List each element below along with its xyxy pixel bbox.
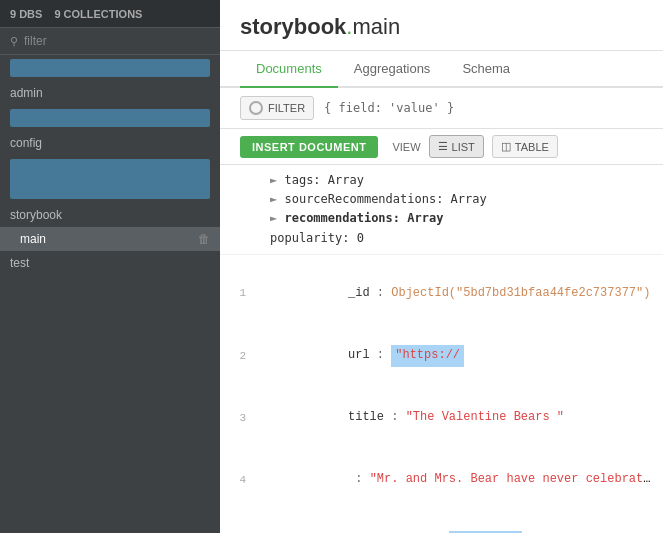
doc-line-4: 4 : "Mr. and Mrs. Bear have never celebr… xyxy=(220,449,663,510)
document-area: ► tags: Array ► sourceRecommendations: A… xyxy=(220,165,663,533)
sidebar-collection-main[interactable]: main 🗑 xyxy=(0,227,220,251)
filter-query-preview: { field: 'value' } xyxy=(324,101,454,115)
tab-documents[interactable]: Documents xyxy=(240,51,338,88)
sidebar-db-storybook[interactable]: storybook xyxy=(0,203,220,227)
line-content-1: _id : ObjectId("5bd7bd31bfaa44fe2c737377… xyxy=(276,264,651,323)
db-group-storybook: storybook main 🗑 xyxy=(0,155,220,251)
table-view-button[interactable]: ◫ TABLE xyxy=(492,135,558,158)
sidebar: 9 DBS 9 COLLECTIONS ⚲ admin config story… xyxy=(0,0,220,533)
view-label: VIEW xyxy=(392,141,420,153)
db-placeholder-admin xyxy=(10,59,210,77)
db-group-config: config xyxy=(0,105,220,155)
line-content-4: : "Mr. and Mrs. Bear have never celebrat… xyxy=(276,450,651,509)
expand-placeholder-1 xyxy=(256,285,272,301)
tab-schema[interactable]: Schema xyxy=(446,51,526,88)
db-placeholder-config xyxy=(10,109,210,127)
preview-line-1: ► tags: Array xyxy=(270,171,643,190)
sidebar-db-config[interactable]: config xyxy=(0,131,220,155)
sidebar-db-admin[interactable]: admin xyxy=(0,81,220,105)
search-icon: ⚲ xyxy=(10,35,18,48)
list-view-button[interactable]: ☰ LIST xyxy=(429,135,484,158)
expand-placeholder-3 xyxy=(256,410,272,426)
filter-toolbar: FILTER { field: 'value' } xyxy=(220,88,663,129)
line-content-5: coverImgUrl : "https:// xyxy=(276,511,651,533)
document-body: 1 _id : ObjectId("5bd7bd31bfaa44fe2c7373… xyxy=(220,255,663,533)
table-label: TABLE xyxy=(515,141,549,153)
dbs-count: 9 DBS xyxy=(10,8,42,20)
sidebar-db-test[interactable]: test xyxy=(0,251,220,275)
page-title: storybook.main xyxy=(240,14,400,40)
list-label: LIST xyxy=(452,141,475,153)
table-icon: ◫ xyxy=(501,140,511,153)
sidebar-search-container: ⚲ xyxy=(0,28,220,55)
line-number-1: 1 xyxy=(220,284,256,302)
preview-section: ► tags: Array ► sourceRecommendations: A… xyxy=(220,165,663,255)
line-number-3: 3 xyxy=(220,409,256,427)
insert-document-button[interactable]: INSERT DOCUMENT xyxy=(240,136,378,158)
doc-line-1: 1 _id : ObjectId("5bd7bd31bfaa44fe2c7373… xyxy=(220,263,663,324)
doc-line-3: 3 title : "The Valentine Bears " xyxy=(220,388,663,449)
filter-icon xyxy=(249,101,263,115)
tab-aggregations[interactable]: Aggregations xyxy=(338,51,447,88)
trash-icon[interactable]: 🗑 xyxy=(198,232,210,246)
line-number-4: 4 xyxy=(220,471,256,489)
doc-line-2: 2 url : "https:// xyxy=(220,324,663,387)
collection-name-main: main xyxy=(20,232,46,246)
db-name: storybook xyxy=(240,14,346,39)
line-number-2: 2 xyxy=(220,347,256,365)
sidebar-search-input[interactable] xyxy=(24,34,210,48)
expand-placeholder-4 xyxy=(256,472,272,488)
filter-button[interactable]: FILTER xyxy=(240,96,314,120)
db-placeholder-storybook xyxy=(10,159,210,199)
preview-line-3: ► recommendations: Array xyxy=(270,209,643,228)
line-content-2: url : "https:// xyxy=(276,325,651,386)
list-icon: ☰ xyxy=(438,140,448,153)
db-group-admin: admin xyxy=(0,55,220,105)
collection-name-header: main xyxy=(352,14,400,39)
action-bar: INSERT DOCUMENT VIEW ☰ LIST ◫ TABLE xyxy=(220,129,663,165)
line-content-3: title : "The Valentine Bears " xyxy=(276,389,651,448)
expand-placeholder-2 xyxy=(256,348,272,364)
preview-line-2: ► sourceRecommendations: Array xyxy=(270,190,643,209)
main-content: storybook.main Documents Aggregations Sc… xyxy=(220,0,663,533)
sidebar-header: 9 DBS 9 COLLECTIONS xyxy=(0,0,220,28)
arrow-icon-1: ► xyxy=(270,173,284,187)
collections-count: 9 COLLECTIONS xyxy=(54,8,142,20)
doc-line-5: 5 coverImgUrl : "https:// xyxy=(220,510,663,533)
arrow-icon-3: ► xyxy=(270,211,284,225)
preview-line-4: popularity: 0 xyxy=(270,229,643,248)
filter-label: FILTER xyxy=(268,102,305,114)
arrow-icon-2: ► xyxy=(270,192,284,206)
tabs-bar: Documents Aggregations Schema xyxy=(220,51,663,88)
top-bar: storybook.main xyxy=(220,0,663,51)
db-group-test: test xyxy=(0,251,220,275)
